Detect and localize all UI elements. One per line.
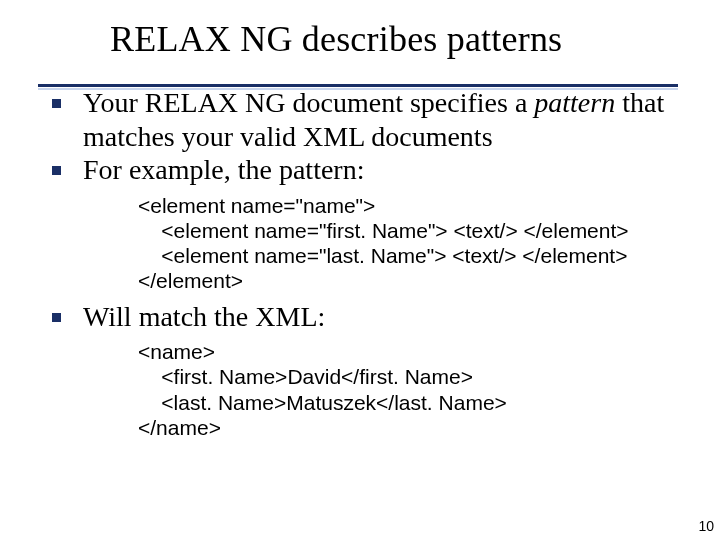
- slide-title: RELAX NG describes patterns: [110, 18, 720, 60]
- square-bullet-icon: [52, 166, 61, 175]
- slide: RELAX NG describes patterns Your RELAX N…: [0, 0, 720, 540]
- code-line: <name>: [138, 340, 215, 363]
- bullet-text: Your RELAX NG document specifies a patte…: [83, 86, 700, 153]
- code-line: </element>: [138, 269, 243, 292]
- code-block-pattern: <element name="name"> <element name="fir…: [138, 193, 700, 294]
- square-bullet-icon: [52, 99, 61, 108]
- bullet-item: Will match the XML:: [52, 300, 700, 334]
- code-line: <element name="name">: [138, 194, 375, 217]
- bullet-item: For example, the pattern:: [52, 153, 700, 187]
- title-area: RELAX NG describes patterns: [0, 18, 720, 60]
- code-line: <element name="last. Name"> <text/> </el…: [138, 244, 627, 267]
- emphasis-pattern: pattern: [534, 87, 615, 118]
- page-number: 10: [698, 518, 714, 534]
- code-line: </name>: [138, 416, 221, 439]
- bullet-text: Will match the XML:: [83, 300, 325, 334]
- bullet-text: For example, the pattern:: [83, 153, 364, 187]
- text-span: Your RELAX NG document specifies a: [83, 87, 534, 118]
- code-block-xml: <name> <first. Name>David</first. Name> …: [138, 339, 700, 440]
- code-line: <last. Name>Matuszek</last. Name>: [138, 391, 507, 414]
- square-bullet-icon: [52, 313, 61, 322]
- code-line: <first. Name>David</first. Name>: [138, 365, 473, 388]
- content-area: Your RELAX NG document specifies a patte…: [52, 86, 700, 446]
- code-line: <element name="first. Name"> <text/> </e…: [138, 219, 629, 242]
- bullet-item: Your RELAX NG document specifies a patte…: [52, 86, 700, 153]
